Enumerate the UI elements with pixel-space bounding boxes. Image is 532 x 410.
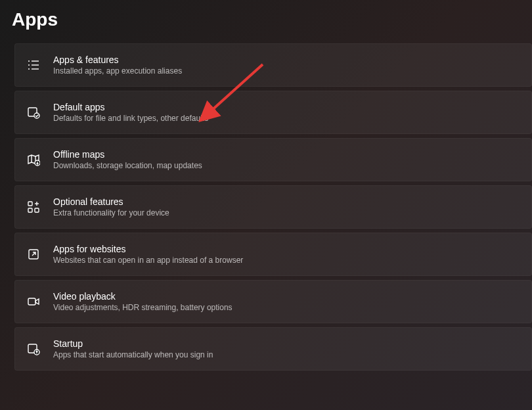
video-icon (26, 294, 41, 309)
map-download-icon (26, 152, 41, 168)
page-title: Apps (0, 0, 532, 43)
settings-item-apps-websites[interactable]: Apps for websites Websites that can open… (14, 233, 532, 276)
svg-point-2 (28, 68, 30, 70)
settings-item-startup[interactable]: Startup Apps that start automatically wh… (14, 327, 532, 371)
settings-item-default-apps[interactable]: Default apps Defaults for file and link … (14, 91, 532, 134)
item-title: Default apps (53, 102, 208, 112)
settings-items-list: Apps & features Installed apps, app exec… (0, 43, 532, 371)
default-apps-icon (26, 104, 41, 120)
item-subtitle: Websites that can open in an app instead… (53, 256, 243, 265)
open-external-icon (26, 246, 41, 262)
item-title: Offline maps (53, 149, 202, 160)
item-subtitle: Defaults for file and link types, other … (53, 114, 208, 123)
item-subtitle: Installed apps, app execution aliases (53, 66, 182, 76)
svg-point-0 (28, 60, 30, 62)
item-title: Video playback (53, 291, 233, 302)
item-subtitle: Extra functionality for your device (53, 208, 169, 217)
apps-add-icon (26, 199, 41, 215)
svg-rect-17 (28, 298, 35, 305)
svg-rect-11 (28, 202, 32, 206)
item-subtitle: Video adjustments, HDR streaming, batter… (53, 303, 233, 312)
item-title: Optional features (53, 196, 169, 207)
item-title: Apps for websites (53, 244, 243, 254)
startup-icon (26, 341, 41, 357)
settings-item-video-playback[interactable]: Video playback Video adjustments, HDR st… (14, 280, 532, 323)
item-title: Apps & features (53, 55, 182, 65)
list-icon (26, 57, 41, 73)
item-title: Startup (53, 338, 213, 349)
svg-rect-12 (28, 208, 32, 212)
svg-point-1 (28, 64, 30, 66)
item-subtitle: Downloads, storage location, map updates (53, 161, 202, 170)
svg-rect-13 (35, 208, 39, 212)
settings-item-offline-maps[interactable]: Offline maps Downloads, storage location… (14, 138, 532, 181)
settings-item-optional-features[interactable]: Optional features Extra functionality fo… (14, 185, 532, 229)
settings-item-apps-features[interactable]: Apps & features Installed apps, app exec… (14, 43, 532, 87)
item-subtitle: Apps that start automatically when you s… (53, 350, 213, 359)
